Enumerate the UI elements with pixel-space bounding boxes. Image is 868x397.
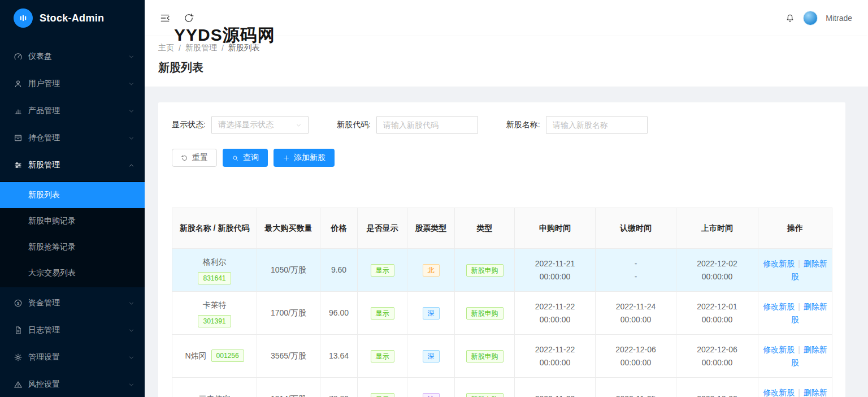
- sidebar-item-users[interactable]: 用户管理: [0, 72, 145, 95]
- sidebar-subitem-new-stock-subscription-records[interactable]: 新股申购记录: [0, 208, 145, 234]
- price-cell: 9.60: [320, 249, 358, 292]
- breadcrumb-item-home[interactable]: 主页: [158, 43, 174, 53]
- delete-stock-link[interactable]: 删除新股: [791, 345, 827, 366]
- chevron-down-icon: [128, 300, 134, 307]
- sidebar-item-label: 风控设置: [28, 379, 128, 390]
- breadcrumb-item-new-stock-management[interactable]: 新股管理: [185, 43, 217, 53]
- topbar-right: Mitrade: [785, 11, 852, 25]
- sidebar-subitem-new-stock-list[interactable]: 新股列表: [0, 182, 145, 208]
- main-area: Mitrade 主页/新股管理/新股列表 新股列表 显示状态: 请选择显示状态: [145, 0, 868, 397]
- edit-stock-link[interactable]: 修改新股: [763, 345, 795, 354]
- menu-fold-icon[interactable]: [159, 12, 171, 24]
- sidebar-subitem-block-trade-list[interactable]: 大宗交易列表: [0, 260, 145, 286]
- sidebar-item-funds[interactable]: $资金管理: [0, 292, 145, 314]
- chevron-down-icon: [128, 108, 134, 114]
- app-logo-icon: [14, 8, 33, 28]
- sidebar-item-dashboard[interactable]: 仪表盘: [0, 45, 145, 68]
- product-chart-icon: [14, 106, 23, 115]
- stock-name: 格利尔: [203, 256, 227, 268]
- price-cell: 96.00: [320, 292, 358, 335]
- column-header: 股票类型: [407, 208, 455, 249]
- max-buy-cell: 3565/万股: [257, 335, 320, 378]
- breadcrumb-item-new-stock-list: 新股列表: [228, 43, 260, 53]
- search-button[interactable]: 查询: [223, 149, 268, 167]
- pay-time-cell: --: [596, 249, 676, 292]
- table-row: N炜冈0012563565/万股13.64显示深新股申购2022-11-2200…: [172, 335, 832, 378]
- column-header: 申购时间: [515, 208, 596, 249]
- table-header-row: 新股名称 / 新股代码最大购买数量价格是否显示股票类型类型申购时间认缴时间上市时…: [172, 208, 832, 249]
- date-text: -: [600, 257, 671, 270]
- edit-stock-link[interactable]: 修改新股: [763, 388, 795, 397]
- sidebar-item-label: 日志管理: [28, 325, 128, 335]
- time-text: -: [600, 270, 671, 283]
- actions-cell: 修改新股|删除新股: [758, 249, 832, 292]
- max-buy-cell: 1050/万股: [257, 249, 320, 292]
- toolbar: 重置 查询 添加新股: [172, 149, 832, 167]
- market-type-cell: 深: [407, 335, 455, 378]
- show-status-badge: 显示: [371, 393, 394, 397]
- market-type-badge: 深: [423, 307, 440, 320]
- chevron-down-icon: [296, 122, 302, 128]
- edit-stock-link[interactable]: 修改新股: [763, 302, 795, 311]
- type-badge: 新股申购: [466, 307, 504, 320]
- svg-text:$: $: [17, 301, 19, 306]
- date-text: 2022-12-06: [681, 343, 753, 356]
- pay-time-cell: 2022-11-25: [596, 378, 676, 397]
- stock-name-cell: 格利尔831641: [172, 249, 257, 292]
- stock-code-input[interactable]: [376, 116, 478, 134]
- stock-name: N炜冈: [185, 349, 206, 362]
- pay-time-cell: 2022-12-0600:00:00: [596, 335, 676, 378]
- type-cell: 新股申购: [455, 249, 515, 292]
- table-row: 卡莱特3013911700/万股96.00显示深新股申购2022-11-2200…: [172, 292, 832, 335]
- stock-name-input[interactable]: [546, 116, 648, 134]
- edit-stock-link[interactable]: 修改新股: [763, 259, 795, 268]
- app-title: Stock-Admin: [40, 12, 104, 24]
- reset-button[interactable]: 重置: [172, 149, 217, 167]
- action-divider: |: [798, 259, 800, 268]
- column-header: 新股名称 / 新股代码: [172, 208, 257, 249]
- username[interactable]: Mitrade: [826, 14, 852, 23]
- status-select-placeholder: 请选择显示状态: [218, 120, 274, 130]
- bell-icon[interactable]: [785, 13, 795, 23]
- time-text: 00:00:00: [519, 270, 591, 283]
- sidebar-item-new-stocks[interactable]: 新股管理: [0, 154, 145, 176]
- stock-name-cell: N炜冈001256: [172, 335, 257, 378]
- sidebar-item-admin-settings[interactable]: 管理设置: [0, 346, 145, 369]
- show-status-badge: 显示: [371, 307, 394, 320]
- table-row: 格利尔8316411050/万股9.60显示北新股申购2022-11-2100:…: [172, 249, 832, 292]
- sidebar-subitem-new-stock-grab-records[interactable]: 新股抢筹记录: [0, 234, 145, 260]
- time-text: 00:00:00: [519, 356, 591, 369]
- apply-time-cell: 2022-11-2200:00:00: [515, 292, 596, 335]
- stock-name-cell: 三未信安: [172, 378, 257, 397]
- sidebar-item-label: 资金管理: [28, 298, 128, 308]
- apply-time-cell: 2022-11-2200:00:00: [515, 335, 596, 378]
- sidebar-item-risk-settings[interactable]: 风控设置: [0, 373, 145, 396]
- search-button-label: 查询: [243, 153, 259, 163]
- content-area: 显示状态: 请选择显示状态 新股代码: 新股名称:: [145, 87, 868, 397]
- table-wrap: 新股名称 / 新股代码最大购买数量价格是否显示股票类型类型申购时间认缴时间上市时…: [172, 208, 832, 397]
- sidebar-item-logs[interactable]: 日志管理: [0, 319, 145, 342]
- date-text: 2022-11-24: [600, 300, 671, 313]
- chevron-down-icon: [128, 54, 134, 60]
- type-badge: 新股申购: [466, 264, 504, 277]
- position-icon: [14, 133, 23, 143]
- date-text: 2022-11-21: [519, 257, 591, 270]
- price-cell: 13.64: [320, 335, 358, 378]
- delete-stock-link[interactable]: 删除新股: [791, 259, 827, 281]
- date-text: 2022-12-02: [681, 257, 753, 270]
- delete-stock-link[interactable]: 删除新股: [791, 302, 827, 323]
- column-header: 类型: [455, 208, 515, 249]
- reset-icon: [181, 154, 188, 162]
- delete-stock-link[interactable]: 删除新股: [791, 388, 827, 397]
- sidebar-item-positions[interactable]: 持仓管理: [0, 127, 145, 149]
- avatar[interactable]: [803, 11, 818, 25]
- list-time-cell: 2022-12-0200:00:00: [676, 249, 758, 292]
- breadcrumb-separator: /: [179, 44, 181, 53]
- refresh-icon[interactable]: [183, 12, 194, 24]
- status-select[interactable]: 请选择显示状态: [211, 116, 309, 134]
- name-filter-label: 新股名称:: [506, 120, 540, 130]
- sidebar-item-products[interactable]: 产品管理: [0, 100, 145, 122]
- show-status-cell: 显示: [358, 292, 407, 335]
- market-type-badge: 北: [423, 264, 440, 277]
- add-stock-button[interactable]: 添加新股: [274, 149, 335, 167]
